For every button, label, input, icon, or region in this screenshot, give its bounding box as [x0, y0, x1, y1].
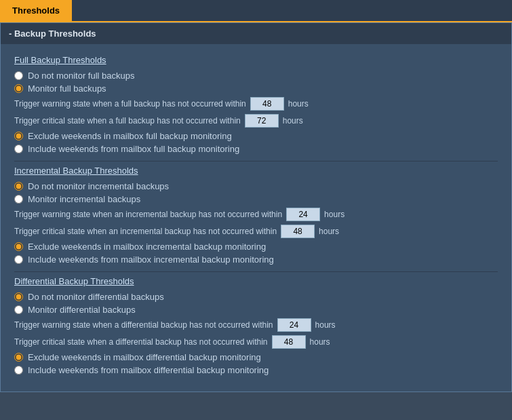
tab-thresholds[interactable]: Thresholds [0, 0, 72, 21]
divider-2 [14, 271, 498, 272]
full-backup-radio4[interactable] [14, 145, 23, 153]
full-backup-section: Full Backup Thresholds Do not monitor fu… [14, 55, 498, 154]
differential-backup-title[interactable]: Differential Backup Thresholds [14, 276, 498, 286]
differential-backup-critical-prefix: Trigger critical state when a differenti… [14, 337, 268, 347]
full-backup-critical-suffix: hours [283, 116, 303, 126]
full-backup-radio2-row: Monitor full backups [14, 83, 498, 94]
incremental-backup-radio3[interactable] [14, 242, 23, 251]
differential-backup-radio3-label: Exclude weekends in mailbox differential… [28, 352, 261, 362]
incremental-backup-warning-prefix: Trigger warning state when an incrementa… [14, 210, 282, 219]
full-backup-radio1-label: Do not monitor full backups [28, 71, 135, 81]
incremental-backup-radio1-row: Do not monitor incremental backups [14, 181, 498, 191]
differential-backup-warning-prefix: Trigger warning state when a differentia… [14, 320, 273, 330]
section-header: - Backup Thresholds [1, 23, 511, 44]
differential-backup-critical-input[interactable] [272, 335, 306, 349]
differential-backup-radio4[interactable] [14, 366, 23, 375]
incremental-backup-warning-input[interactable] [286, 208, 320, 221]
differential-backup-critical-row: Trigger critical state when a differenti… [14, 335, 498, 349]
incremental-backup-radio1[interactable] [14, 182, 23, 191]
incremental-backup-radio4[interactable] [14, 255, 23, 264]
incremental-backup-radio2-row: Monitor incremental backups [14, 194, 498, 204]
full-backup-radio3-label: Exclude weekends in mailbox full backup … [28, 131, 232, 141]
differential-backup-critical-suffix: hours [310, 337, 330, 347]
incremental-backup-critical-prefix: Trigger critical state when an increment… [14, 227, 277, 236]
incremental-backup-critical-row: Trigger critical state when an increment… [14, 225, 498, 238]
differential-backup-radio2-label: Monitor differential backups [28, 305, 136, 315]
differential-backup-warning-input[interactable] [277, 318, 311, 332]
differential-backup-radio3[interactable] [14, 353, 23, 362]
full-backup-critical-input[interactable] [245, 114, 279, 128]
content-area: Full Backup Thresholds Do not monitor fu… [1, 44, 511, 385]
differential-backup-radio1-label: Do not monitor differential backups [28, 292, 164, 302]
full-backup-warning-prefix: Trigger warning state when a full backup… [14, 99, 246, 109]
differential-backup-section: Differential Backup Thresholds Do not mo… [14, 276, 498, 375]
full-backup-warning-input[interactable] [250, 97, 284, 111]
incremental-backup-radio2[interactable] [14, 195, 23, 204]
full-backup-radio1[interactable] [14, 71, 23, 80]
full-backup-critical-row: Trigger critical state when a full backu… [14, 114, 498, 128]
incremental-backup-radio3-label: Exclude weekends in mailbox incremental … [28, 242, 266, 252]
differential-backup-radio2-row: Monitor differential backups [14, 305, 498, 315]
incremental-backup-radio1-label: Do not monitor incremental backups [28, 181, 169, 191]
differential-backup-radio3-row: Exclude weekends in mailbox differential… [14, 352, 498, 362]
main-panel: - Backup Thresholds Full Backup Threshol… [0, 22, 512, 392]
differential-backup-radio4-label: Include weekends from mailbox differenti… [28, 365, 269, 375]
incremental-backup-radio4-row: Include weekends from mailbox incrementa… [14, 254, 498, 265]
section-header-text: - Backup Thresholds [9, 28, 96, 39]
full-backup-radio3[interactable] [14, 132, 23, 140]
differential-backup-radio4-row: Include weekends from mailbox differenti… [14, 365, 498, 375]
incremental-backup-warning-row: Trigger warning state when an incrementa… [14, 208, 498, 221]
incremental-backup-title[interactable]: Incremental Backup Thresholds [14, 166, 498, 176]
full-backup-radio1-row: Do not monitor full backups [14, 71, 498, 81]
differential-backup-warning-suffix: hours [315, 320, 336, 330]
incremental-backup-radio3-row: Exclude weekends in mailbox incremental … [14, 242, 498, 252]
differential-backup-radio1[interactable] [14, 292, 23, 301]
differential-backup-radio2[interactable] [14, 305, 23, 314]
incremental-backup-radio2-label: Monitor incremental backups [28, 194, 140, 204]
divider-1 [14, 161, 498, 161]
differential-backup-radio1-row: Do not monitor differential backups [14, 292, 498, 302]
full-backup-title[interactable]: Full Backup Thresholds [14, 55, 498, 65]
full-backup-radio3-row: Exclude weekends in mailbox full backup … [14, 131, 498, 141]
incremental-backup-warning-suffix: hours [324, 210, 344, 219]
full-backup-radio4-label: Include weekends from mailbox full backu… [28, 144, 239, 154]
incremental-backup-section: Incremental Backup Thresholds Do not mon… [14, 166, 498, 265]
incremental-backup-radio4-label: Include weekends from mailbox incrementa… [28, 254, 274, 265]
tab-bar: Thresholds [0, 0, 512, 22]
differential-backup-warning-row: Trigger warning state when a differentia… [14, 318, 498, 332]
full-backup-radio4-row: Include weekends from mailbox full backu… [14, 144, 498, 154]
full-backup-warning-row: Trigger warning state when a full backup… [14, 97, 498, 111]
incremental-backup-critical-suffix: hours [319, 227, 339, 236]
full-backup-warning-suffix: hours [288, 99, 309, 109]
full-backup-radio2-label: Monitor full backups [28, 83, 106, 94]
incremental-backup-critical-input[interactable] [281, 225, 315, 238]
full-backup-critical-prefix: Trigger critical state when a full backu… [14, 116, 241, 126]
full-backup-radio2[interactable] [14, 84, 23, 93]
